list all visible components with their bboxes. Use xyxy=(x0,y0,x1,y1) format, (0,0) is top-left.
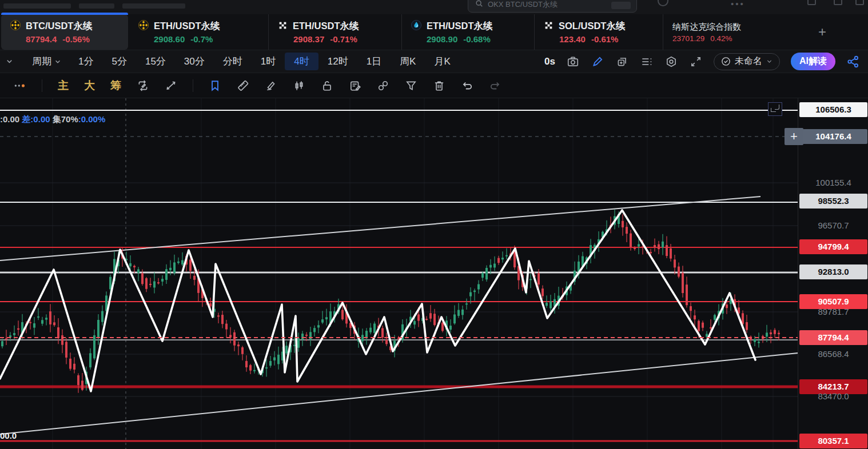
window-panel-icon[interactable] xyxy=(807,0,816,5)
ticker-tab-btc[interactable]: BTC/USDT永续 87794.4 -0.56% xyxy=(1,14,128,50)
more-menu-icon[interactable]: ••• xyxy=(731,0,745,9)
ruler-icon[interactable] xyxy=(237,79,249,92)
price-scale-label: 100155.4 xyxy=(799,177,867,189)
price-scale[interactable]: 106506.3104176.4100155.498552.396570.794… xyxy=(798,98,868,449)
tab-change: 0.42% xyxy=(710,34,732,43)
interval-button[interactable]: 5分 xyxy=(102,53,136,70)
ticker-tab-sol-okx[interactable]: SOL/USDT永续 123.40 -0.61% xyxy=(534,14,663,50)
topbar-text-fragment xyxy=(79,3,114,9)
price-scale-label: 104176.4 xyxy=(799,129,867,144)
interval-button[interactable]: 周K xyxy=(391,53,425,70)
tab-symbol: ETH/USDT永续 xyxy=(293,20,359,33)
tab-symbol: ETH/USDT永续 xyxy=(154,20,220,33)
period-dropdown[interactable]: 周期 xyxy=(32,55,61,68)
price-scale-label: 87794.4 xyxy=(799,330,867,345)
ai-analysis-button[interactable]: AI解读 xyxy=(791,53,835,70)
bookmark-tool-icon[interactable] xyxy=(209,79,221,92)
search-text: OKX BTC/USDT永续 xyxy=(488,0,607,10)
chevron-down-icon xyxy=(766,58,773,65)
indicator-list-icon[interactable] xyxy=(640,55,654,69)
tab-price: 23701.29 xyxy=(672,34,704,43)
chevron-down-icon xyxy=(54,58,61,65)
price-alert-icon[interactable] xyxy=(768,102,782,116)
interval-button-group: 1分5分15分30分分时1时4时12时1日周K月K xyxy=(69,53,460,70)
tab-price: 2908.60 xyxy=(154,34,185,44)
large-view-button[interactable]: 大 xyxy=(84,78,95,93)
replay-edit-icon[interactable] xyxy=(137,79,149,92)
trading-app: OKX BTC/USDT永续 ••• BTC/USDT永续 87794.4 -0… xyxy=(0,0,868,449)
chart-area: :0.00 差:0.00 集70%:0.00% 00.0 + 106506.31… xyxy=(0,98,868,449)
collapse-chevron-icon[interactable] xyxy=(2,55,16,69)
tab-price: 87794.4 xyxy=(26,34,57,44)
interval-button[interactable]: 1日 xyxy=(357,53,391,70)
more-tools-icon[interactable] xyxy=(14,79,26,92)
tab-symbol: BTC/USDT永续 xyxy=(26,20,92,33)
layout-name-dropdown[interactable]: 未命名 xyxy=(714,53,780,70)
settings-hexagon-icon[interactable] xyxy=(664,55,678,69)
indicator-value: 集70% xyxy=(50,114,78,124)
main-chart-button[interactable]: 主 xyxy=(58,78,69,93)
ticker-tab-eth-binance[interactable]: ETH/USDT永续 2908.60 -0.7% xyxy=(129,14,268,50)
cloud-check-icon xyxy=(721,57,731,66)
filter-icon[interactable] xyxy=(405,79,417,92)
price-scale-label: 80357.1 xyxy=(799,434,867,448)
chart-canvas[interactable] xyxy=(0,98,798,449)
camera-icon[interactable] xyxy=(566,55,580,69)
huobi-icon xyxy=(411,20,421,33)
compare-add-icon[interactable] xyxy=(615,55,629,69)
interval-button[interactable]: 12时 xyxy=(318,53,357,70)
period-label: 周期 xyxy=(32,55,51,68)
trash-icon[interactable] xyxy=(433,79,445,92)
interval-button[interactable]: 30分 xyxy=(175,53,214,70)
indicator-value: :0.00 xyxy=(0,114,19,124)
drawing-toolbar: 主 大 筹 xyxy=(0,73,868,98)
search-icon xyxy=(475,0,483,10)
add-ticker-button[interactable]: + xyxy=(809,14,835,50)
link-icon[interactable] xyxy=(377,79,389,92)
binance-icon xyxy=(138,20,149,33)
fullscreen-icon[interactable] xyxy=(689,55,703,69)
ticker-tab-eth-huobi[interactable]: ETH/USDT永续 2908.90 -0.68% xyxy=(401,14,534,50)
tab-change: -0.71% xyxy=(330,34,357,44)
price-scale-label: 96570.7 xyxy=(799,220,867,231)
indicator-value: :0.00% xyxy=(78,114,106,124)
window-top-strip: OKX BTC/USDT永续 ••• xyxy=(0,0,868,14)
price-scale-label: 89781.7 xyxy=(799,306,867,318)
tab-change: -0.56% xyxy=(62,34,90,44)
interval-button[interactable]: 月K xyxy=(425,53,459,70)
tab-symbol: 纳斯达克综合指数 xyxy=(672,22,741,33)
ticker-tab-nasdaq[interactable]: 纳斯达克综合指数 23701.29 0.42% xyxy=(663,14,806,50)
tab-change: -0.7% xyxy=(190,34,213,44)
search-shortcut-pill xyxy=(611,2,631,9)
tab-price: 2908.37 xyxy=(293,34,324,44)
price-scale-label: 106506.3 xyxy=(799,102,867,117)
note-edit-icon[interactable] xyxy=(349,79,361,92)
chart-toolbar: 周期 1分5分15分30分分时1时4时12时1日周K月K 0s 未命名 AI解读 xyxy=(0,50,868,73)
price-scale-label: 94799.4 xyxy=(799,239,867,254)
interval-button[interactable]: 4时 xyxy=(285,53,318,70)
tab-price: 2908.90 xyxy=(427,34,457,44)
globe-icon[interactable] xyxy=(658,0,668,6)
add-order-line-button[interactable]: + xyxy=(785,128,803,145)
draw-pencil-icon[interactable] xyxy=(591,55,604,69)
redo-icon[interactable] xyxy=(489,79,501,92)
interval-button[interactable]: 15分 xyxy=(136,53,175,70)
indicator-value: 差:0.00 xyxy=(19,114,50,124)
symbol-search-box[interactable]: OKX BTC/USDT永续 xyxy=(468,0,637,13)
indicator-values: :0.00 差:0.00 集70%:0.00% xyxy=(0,114,107,126)
chips-button[interactable]: 筹 xyxy=(110,78,121,93)
undo-icon[interactable] xyxy=(461,79,473,92)
price-scale-label: 92813.0 xyxy=(799,264,867,279)
window-panel-icon[interactable] xyxy=(834,0,842,5)
interval-button[interactable]: 1分 xyxy=(69,53,102,70)
lock-open-icon[interactable] xyxy=(321,79,333,92)
candle-pattern-icon[interactable] xyxy=(293,79,305,92)
share-icon[interactable] xyxy=(846,55,860,69)
interval-button[interactable]: 分时 xyxy=(214,53,252,70)
interval-button[interactable]: 1时 xyxy=(252,53,285,70)
ticker-tab-eth-okx[interactable]: ETH/USDT永续 2908.37 -0.71% xyxy=(268,14,401,50)
window-panel-icon[interactable] xyxy=(855,0,864,5)
okx-icon xyxy=(544,21,554,33)
trend-line-icon[interactable] xyxy=(165,79,177,92)
brush-icon[interactable] xyxy=(265,79,277,92)
